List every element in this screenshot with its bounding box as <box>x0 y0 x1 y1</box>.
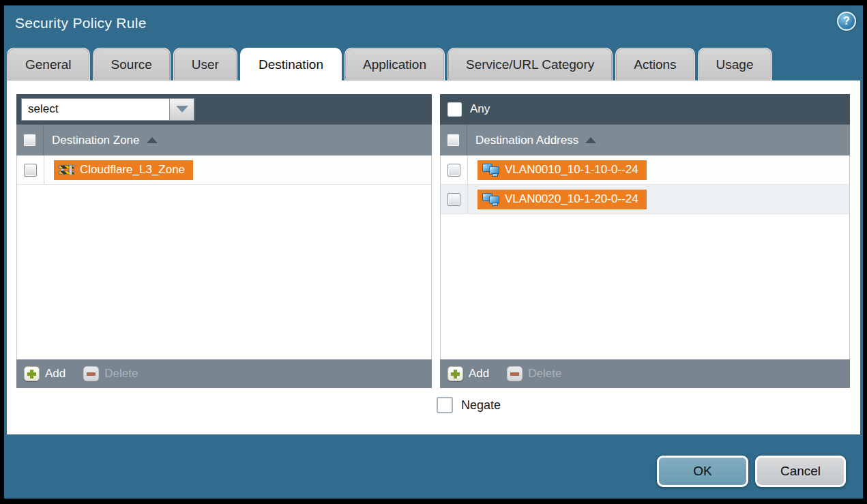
address-list: VLAN0010_10-1-10-0--24 VLAN0020_10-1-20-… <box>440 155 850 359</box>
row-checkbox[interactable] <box>24 164 37 177</box>
tab-label: Application <box>363 57 426 72</box>
address-select-all-checkbox[interactable] <box>447 134 460 147</box>
network-address-icon <box>482 193 499 206</box>
tab-service-url-category[interactable]: Service/URL Category <box>447 48 613 80</box>
row-checkbox[interactable] <box>447 193 460 206</box>
security-policy-rule-dialog: Security Policy Rule ? General Source Us… <box>4 5 863 499</box>
network-address-icon <box>482 164 499 177</box>
tab-general[interactable]: General <box>7 48 90 80</box>
add-address-button[interactable]: Add <box>447 366 489 381</box>
address-chip: VLAN0020_10-1-20-0--24 <box>477 190 647 209</box>
zone-panel-footer: Add Delete <box>16 359 432 388</box>
add-zone-button[interactable]: Add <box>24 366 65 381</box>
address-column-title[interactable]: Destination Address <box>475 134 578 147</box>
tab-label: Actions <box>634 57 676 72</box>
destination-zone-panel: select Destination Zone <box>16 94 432 388</box>
tab-label: General <box>25 57 72 72</box>
delete-address-button[interactable]: Delete <box>507 366 561 381</box>
zone-icon <box>59 164 74 175</box>
destination-tab-content: select Destination Zone <box>7 80 860 434</box>
negate-label: Negate <box>461 398 501 413</box>
plus-icon <box>24 366 40 381</box>
table-row[interactable]: VLAN0010_10-1-10-0--24 <box>441 155 849 185</box>
zone-chip: Cloudflare_L3_Zone <box>54 160 193 180</box>
zone-panel-toolbar: select <box>16 94 432 124</box>
zone-select-all-checkbox[interactable] <box>23 134 36 147</box>
address-chip: VLAN0010_10-1-10-0--24 <box>477 160 647 180</box>
minus-icon <box>83 366 99 381</box>
delete-zone-button[interactable]: Delete <box>83 366 138 381</box>
zone-name: Cloudflare_L3_Zone <box>80 163 185 177</box>
destination-address-panel: Any Destination Address <box>440 94 850 388</box>
negate-row: Negate <box>437 397 501 413</box>
tab-label: Usage <box>716 57 754 72</box>
row-checkbox[interactable] <box>447 164 460 177</box>
table-row[interactable]: Cloudflare_L3_Zone <box>17 155 431 185</box>
zone-column-title[interactable]: Destination Zone <box>52 134 140 147</box>
tab-label: User <box>192 57 219 72</box>
chevron-down-icon <box>176 106 188 113</box>
zone-select-dropdown-button[interactable] <box>169 98 194 121</box>
tab-actions[interactable]: Actions <box>615 48 694 80</box>
address-panel-toolbar: Any <box>440 94 850 124</box>
minus-icon <box>507 366 523 381</box>
address-name: VLAN0020_10-1-20-0--24 <box>505 192 638 206</box>
tab-application[interactable]: Application <box>344 48 445 80</box>
ok-button[interactable]: OK <box>657 456 748 487</box>
tab-source[interactable]: Source <box>93 48 171 80</box>
address-panel-footer: Add Delete <box>440 359 850 388</box>
table-row[interactable]: VLAN0020_10-1-20-0--24 <box>441 185 849 214</box>
tab-bar: General Source User Destination Applicat… <box>7 48 772 80</box>
address-column-header: Destination Address <box>440 124 850 155</box>
tab-label: Destination <box>259 57 323 72</box>
address-name: VLAN0010_10-1-10-0--24 <box>505 163 638 177</box>
help-icon[interactable]: ? <box>837 12 856 31</box>
tab-label: Service/URL Category <box>466 57 594 72</box>
cancel-button[interactable]: Cancel <box>755 456 846 487</box>
page-title: Security Policy Rule <box>15 15 147 31</box>
zone-select-combobox[interactable]: select <box>21 98 194 121</box>
any-label: Any <box>470 102 490 116</box>
sort-ascending-icon[interactable] <box>585 137 596 143</box>
tab-label: Source <box>111 57 152 72</box>
tab-user[interactable]: User <box>173 48 237 80</box>
plus-icon <box>447 366 463 381</box>
tab-usage[interactable]: Usage <box>698 48 772 80</box>
zone-column-header: Destination Zone <box>16 124 432 155</box>
zone-select-value[interactable]: select <box>21 98 169 121</box>
any-checkbox[interactable] <box>447 102 462 117</box>
sort-ascending-icon[interactable] <box>147 137 158 143</box>
negate-checkbox[interactable] <box>437 397 453 413</box>
tab-destination[interactable]: Destination <box>240 48 342 80</box>
zone-list: Cloudflare_L3_Zone <box>16 155 432 359</box>
